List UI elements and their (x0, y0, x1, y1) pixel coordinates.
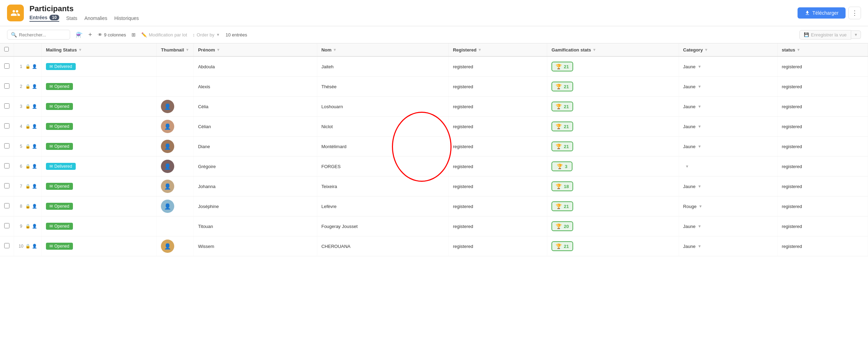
prenom-cell: Johanna (194, 176, 317, 196)
category-dropdown-icon[interactable]: ▼ (698, 184, 701, 188)
app-icon (7, 5, 24, 21)
row-checkbox[interactable] (4, 243, 9, 248)
person-icon: 👤 (32, 64, 37, 69)
filter-icon[interactable]: ⚗️ (76, 32, 83, 38)
prenom-header[interactable]: Prénom ▼ (194, 43, 317, 56)
table-row: 10 🔒 👤 ✉ Opened 👤 WissemCHEROUANAregiste… (0, 236, 868, 256)
row-checkbox[interactable] (4, 203, 9, 208)
sort-icon: ▼ (592, 48, 596, 52)
category-dropdown-icon[interactable]: ▼ (698, 144, 701, 148)
prenom-cell: Alexis (194, 77, 317, 97)
person-icon: 👤 (32, 164, 37, 169)
order-by-button[interactable]: ↕ Order by ▼ (193, 32, 220, 37)
thumbnail-cell: 👤 (157, 157, 194, 176)
save-view-dropdown-button[interactable]: ▼ (851, 30, 861, 39)
tab-historiques[interactable]: Historiques (114, 15, 139, 21)
mailing-status-cell: ✉ Opened (42, 137, 157, 157)
status-cell: registered (777, 56, 868, 77)
mail-icon: ✉ (49, 224, 53, 229)
row-checkbox[interactable] (4, 143, 9, 148)
nom-cell: Niclot (317, 117, 448, 137)
gamification-badge: 🏆 21 (551, 141, 573, 151)
mailing-status-cell: ✉ Delivered (42, 56, 157, 77)
mailing-status-cell: ✉ Opened (42, 196, 157, 216)
add-icon[interactable]: + (88, 31, 92, 39)
table-row: 6 🔒 👤 ✉ Delivered 👤 GrégoireFORGESregist… (0, 157, 868, 176)
category-cell: Jaune ▼ (679, 176, 777, 196)
columns-button[interactable]: 👁 9 colonnes (98, 32, 126, 37)
category-cell: Jaune ▼ (679, 56, 777, 77)
mail-icon: ✉ (49, 244, 53, 249)
sort-icon: ▼ (704, 48, 708, 52)
category-value: Jaune (683, 244, 696, 249)
row-num-cell: 6 🔒 👤 (14, 157, 42, 176)
row-number: 8 (18, 204, 24, 209)
category-dropdown-icon[interactable]: ▼ (699, 204, 703, 208)
category-value: Jaune (683, 84, 696, 89)
row-num-cell: 8 🔒 👤 (14, 196, 42, 216)
person-icon: 👤 (32, 184, 37, 189)
gamif-score: 21 (564, 204, 569, 209)
table-wrapper: Mailing Status ▼ Thumbnail ▼ Prénom ▼ (0, 43, 868, 256)
search-input[interactable] (19, 32, 65, 37)
row-checkbox[interactable] (4, 103, 9, 109)
save-icon[interactable]: ⊞ (131, 32, 136, 37)
gamification-badge: 🏆 21 (551, 122, 573, 131)
category-header[interactable]: Category ▼ (679, 43, 777, 56)
mailing-status-header[interactable]: Mailing Status ▼ (42, 43, 157, 56)
row-checkbox[interactable] (4, 163, 9, 168)
gamification-cell: 🏆 20 (547, 216, 679, 236)
registered-cell: registered (448, 216, 547, 236)
row-number: 5 (18, 144, 24, 149)
person-icon: 👤 (32, 244, 37, 249)
category-dropdown-icon[interactable]: ▼ (698, 104, 701, 109)
gamification-header[interactable]: Gamification stats ▼ (547, 43, 679, 56)
nom-header[interactable]: Nom ▼ (317, 43, 448, 56)
more-button[interactable]: ⋮ (848, 7, 861, 19)
select-all-checkbox[interactable] (4, 47, 9, 51)
row-checkbox[interactable] (4, 83, 9, 89)
thumbnail-placeholder (161, 80, 174, 93)
batch-edit-button[interactable]: ✏️ Modification par lot (141, 32, 187, 37)
registered-header[interactable]: Registered ▼ (448, 43, 547, 56)
gamif-score: 21 (564, 84, 569, 89)
prenom-cell: Célia (194, 97, 317, 117)
opened-badge: ✉ Opened (46, 123, 73, 130)
tab-stats[interactable]: Stats (66, 15, 77, 21)
lock-icon: 🔒 (25, 104, 30, 109)
person-icon: 👤 (32, 204, 37, 209)
mail-icon: ✉ (49, 184, 53, 189)
category-dropdown-icon[interactable]: ▼ (685, 164, 689, 168)
status-header[interactable]: status ▼ (777, 43, 868, 56)
download-button[interactable]: Télécharger (798, 7, 846, 19)
registered-cell: registered (448, 56, 547, 77)
trophy-icon: 🏆 (556, 203, 562, 209)
category-cell: Jaune ▼ (679, 77, 777, 97)
tab-entrees[interactable]: Entrées 10 (29, 15, 59, 22)
tab-anomalies[interactable]: Anomalies (84, 15, 107, 21)
nom-cell: FORGES (317, 157, 448, 176)
checkbox-header[interactable] (0, 43, 14, 56)
avatar: 👤 (161, 240, 174, 253)
thumbnail-header[interactable]: Thumbnail ▼ (157, 43, 194, 56)
search-icon: 🔍 (11, 32, 17, 37)
category-dropdown-icon[interactable]: ▼ (698, 224, 701, 228)
category-dropdown-icon[interactable]: ▼ (698, 64, 701, 69)
gamif-score: 20 (564, 224, 569, 229)
save-view-button[interactable]: 💾 Enregistrer la vue (799, 30, 851, 40)
category-dropdown-icon[interactable]: ▼ (698, 124, 701, 129)
thumbnail-cell (157, 56, 194, 77)
row-checkbox[interactable] (4, 63, 9, 69)
registered-cell: registered (448, 77, 547, 97)
mail-icon: ✉ (49, 204, 53, 209)
category-dropdown-icon[interactable]: ▼ (698, 84, 701, 89)
lock-icon: 🔒 (25, 164, 30, 169)
category-dropdown-icon[interactable]: ▼ (698, 244, 701, 248)
row-checkbox[interactable] (4, 223, 9, 228)
row-checkbox-cell (0, 77, 14, 97)
row-checkbox[interactable] (4, 183, 9, 188)
opened-badge: ✉ Opened (46, 183, 73, 190)
search-box[interactable]: 🔍 (7, 30, 70, 40)
row-checkbox[interactable] (4, 123, 9, 129)
thumbnail-cell: 👤 (157, 176, 194, 196)
